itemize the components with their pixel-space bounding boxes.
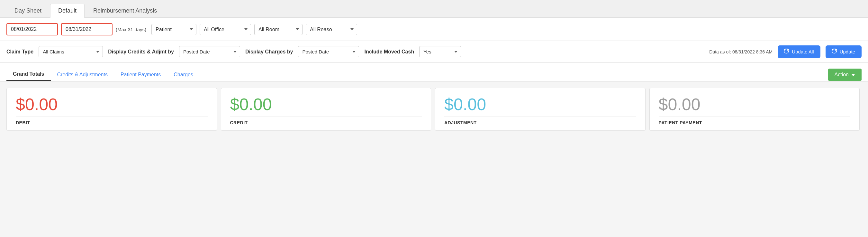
debit-amount: $0.00	[16, 95, 208, 114]
patient-select[interactable]: Patient	[151, 24, 196, 35]
tab-default[interactable]: Default	[50, 4, 85, 18]
display-charges-select[interactable]: Posted Date	[298, 46, 359, 57]
filter-row-1: (Max 31 days) Patient All Office All Roo…	[0, 18, 868, 41]
start-date-input[interactable]	[6, 23, 58, 35]
include-moved-cash-label: Include Moved Cash	[364, 49, 414, 55]
patient-payment-card: $0.00 PATIENT PAYMENT	[649, 88, 860, 131]
action-button[interactable]: Action	[828, 69, 862, 81]
max-days-label: (Max 31 days)	[116, 27, 146, 32]
filter-row-2: Claim Type All Claims Display Credits & …	[0, 41, 868, 63]
adjustment-label: ADJUSTMENT	[444, 116, 636, 125]
credit-label: CREDIT	[230, 116, 422, 125]
action-label: Action	[835, 72, 849, 78]
credit-amount: $0.00	[230, 95, 422, 114]
tab-credits-adjustments[interactable]: Credits & Adjustments	[51, 69, 114, 81]
update-all-button[interactable]: Update All	[778, 45, 820, 58]
tab-charges[interactable]: Charges	[167, 69, 199, 81]
claim-type-select[interactable]: All Claims	[38, 46, 103, 57]
tab-day-sheet[interactable]: Day Sheet	[6, 4, 50, 18]
app-container: Day Sheet Default Reimbursement Analysis…	[0, 0, 868, 237]
adjustment-amount: $0.00	[444, 95, 636, 114]
summary-cards: $0.00 DEBIT $0.00 CREDIT $0.00 ADJUSTMEN…	[6, 81, 862, 131]
update-label: Update	[840, 49, 855, 54]
tab-patient-payments[interactable]: Patient Payments	[114, 69, 167, 81]
data-as-of: Data as of: 08/31/2022 8:36 AM	[709, 49, 773, 54]
credit-card: $0.00 CREDIT	[221, 88, 431, 131]
office-select[interactable]: All Office	[199, 24, 251, 35]
update-button[interactable]: Update	[826, 45, 862, 58]
update-all-label: Update All	[792, 49, 814, 54]
grand-totals-section: Grand Totals Credits & Adjustments Patie…	[0, 63, 868, 81]
room-select[interactable]: All Room	[254, 24, 303, 35]
claim-type-label: Claim Type	[6, 49, 33, 55]
tab-grand-totals[interactable]: Grand Totals	[6, 68, 51, 81]
debit-card: $0.00 DEBIT	[6, 88, 217, 131]
display-credits-select[interactable]: Posted Date	[179, 46, 240, 57]
refresh-icon-update-all	[784, 49, 789, 55]
tab-bar: Day Sheet Default Reimbursement Analysis	[0, 0, 868, 18]
reason-select[interactable]: All Reaso	[306, 24, 357, 35]
main-content: $0.00 DEBIT $0.00 CREDIT $0.00 ADJUSTMEN…	[0, 81, 868, 131]
patient-payment-amount: $0.00	[659, 95, 850, 114]
refresh-icon-update	[832, 49, 837, 55]
display-charges-label: Display Charges by	[245, 49, 293, 55]
patient-payment-label: PATIENT PAYMENT	[659, 116, 850, 125]
display-credits-label: Display Credits & Adjmt by	[108, 49, 174, 55]
grand-totals-header: Grand Totals Credits & Adjustments Patie…	[6, 68, 862, 81]
tab-reimbursement[interactable]: Reimbursement Analysis	[85, 4, 165, 18]
totals-tabs: Grand Totals Credits & Adjustments Patie…	[6, 68, 199, 81]
end-date-input[interactable]	[61, 23, 113, 35]
adjustment-card: $0.00 ADJUSTMENT	[435, 88, 646, 131]
debit-label: DEBIT	[16, 116, 208, 125]
include-moved-cash-select[interactable]: Yes	[419, 46, 461, 57]
chevron-down-icon	[851, 72, 855, 78]
